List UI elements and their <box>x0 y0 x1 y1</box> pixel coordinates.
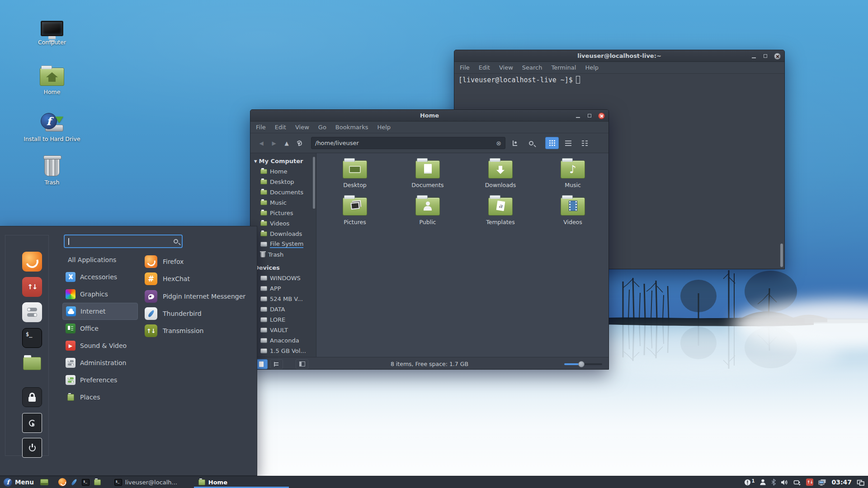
up-icon[interactable]: ▲ <box>280 137 293 150</box>
category-accessories[interactable]: Accessories <box>62 268 138 286</box>
app-item-thunderbird[interactable]: Thunderbird <box>145 305 202 322</box>
folder-item-public[interactable]: Public <box>398 197 457 225</box>
zoom-slider[interactable] <box>564 363 602 365</box>
app-item-pidgin[interactable]: Pidgin Internet Messenger <box>145 288 245 305</box>
menu-bookmarks[interactable]: Bookmarks <box>335 124 368 131</box>
menu-button[interactable]: f Menu <box>0 476 38 488</box>
bluetooth-icon[interactable] <box>771 479 776 486</box>
sidebar-item-file-system[interactable]: File System <box>250 239 316 249</box>
sidebar-scrollbar[interactable] <box>313 157 315 209</box>
terminal-launcher[interactable]: $_ <box>80 476 92 488</box>
back-icon[interactable]: ◀ <box>255 137 268 150</box>
desktop-icon-trash[interactable]: Trash <box>23 157 81 186</box>
sidebar-item-videos[interactable]: Videos <box>250 218 316 229</box>
sidebar-item-data[interactable]: DATA <box>250 304 316 314</box>
category-office[interactable]: Office <box>62 320 138 337</box>
sidebar-section-devices[interactable]: Devices <box>250 263 316 273</box>
menu-go[interactable]: Go <box>318 124 326 131</box>
close-button[interactable] <box>598 113 605 119</box>
folder-item-documents[interactable]: Documents <box>398 160 457 188</box>
sidebar-item-home[interactable]: Home <box>250 166 316 177</box>
taskbar-window-terminal[interactable]: $_ liveuser@localh... <box>110 476 188 488</box>
sidebar-item-music[interactable]: Music <box>250 197 316 208</box>
menu-view[interactable]: View <box>499 64 513 71</box>
lock-screen-icon[interactable] <box>22 387 42 407</box>
sidebar-item-app[interactable]: APP <box>250 283 316 294</box>
search-input[interactable] <box>64 235 183 248</box>
zoom-slider-handle[interactable] <box>578 361 585 367</box>
sidebar-item-windows[interactable]: WINDOWS <box>250 273 316 283</box>
sidebar-item-pictures[interactable]: Pictures <box>250 208 316 218</box>
thunderbird-launcher[interactable] <box>68 476 80 488</box>
location-bar[interactable]: /home/liveuser ⊗ <box>311 137 505 149</box>
show-desktop-button[interactable] <box>38 476 50 488</box>
terminal-scrollbar[interactable] <box>780 244 783 267</box>
notifications-applet[interactable]: 1 <box>744 479 755 486</box>
category-internet[interactable]: Internet <box>62 303 138 320</box>
clear-location-icon[interactable]: ⊗ <box>496 140 501 147</box>
system-settings-icon[interactable] <box>22 302 42 322</box>
menu-file[interactable]: File <box>256 124 266 131</box>
clock[interactable]: 03:47 <box>831 479 852 486</box>
window-list-icon[interactable] <box>857 479 864 486</box>
refresh-icon[interactable] <box>293 137 306 150</box>
firefox-icon[interactable] <box>22 252 42 272</box>
category-preferences[interactable]: Preferences <box>62 371 138 389</box>
folder-item-templates[interactable]: a Templates <box>471 197 530 225</box>
file-manager-icon[interactable] <box>22 353 42 373</box>
category-sound-video[interactable]: ▶ Sound & Video <box>62 337 138 354</box>
folder-item-music[interactable]: ♪ Music <box>543 160 602 188</box>
sidebar-item-vault[interactable]: VAULT <box>250 325 316 335</box>
taskbar-window-home[interactable]: Home <box>194 476 289 488</box>
icon-view-button[interactable] <box>545 137 559 149</box>
sidebar-item-524mb-volume[interactable]: 524 MB V... <box>250 294 316 304</box>
sidebar-item-desktop[interactable]: Desktop <box>250 177 316 187</box>
sidebar-section-my-computer[interactable]: ▾ My Computer <box>250 156 316 166</box>
category-places[interactable]: Places <box>62 389 138 406</box>
volume-icon[interactable] <box>781 479 788 486</box>
desktop-icon-computer[interactable]: Computer <box>23 21 81 46</box>
sidebar-item-downloads[interactable]: Downloads <box>250 229 316 239</box>
sidebar-item-documents[interactable]: Documents <box>250 187 316 197</box>
terminal-titlebar[interactable]: liveuser@localhost-live:~ <box>454 50 784 62</box>
menu-view[interactable]: View <box>295 124 309 131</box>
close-button[interactable] <box>774 53 781 60</box>
maximize-button[interactable] <box>762 53 769 59</box>
menu-edit[interactable]: Edit <box>479 64 490 71</box>
compact-view-button[interactable] <box>578 137 591 149</box>
folder-item-pictures[interactable]: Pictures <box>326 197 384 225</box>
sidebar-item-lore[interactable]: LORE <box>250 314 316 325</box>
firefox-launcher[interactable] <box>57 476 68 488</box>
forward-icon[interactable]: ▶ <box>268 137 280 150</box>
menu-help[interactable]: Help <box>377 124 391 131</box>
category-administration[interactable]: Administration <box>62 354 138 371</box>
folder-item-downloads[interactable]: Downloads <box>471 160 530 188</box>
app-item-transmission[interactable]: ↑↓ Transmission <box>145 322 203 339</box>
folder-item-videos[interactable]: Videos <box>543 197 602 225</box>
category-all-applications[interactable]: All Applications <box>62 251 138 268</box>
desktop-icon-install[interactable]: f Install to Hard Drive <box>23 113 81 142</box>
software-updater-icon[interactable]: ↑↓ <box>22 277 42 297</box>
desktop-icon-home[interactable]: Home <box>23 68 81 95</box>
network-icon[interactable] <box>818 479 826 486</box>
minimize-button[interactable] <box>575 113 581 119</box>
menu-help[interactable]: Help <box>585 64 599 71</box>
minimize-button[interactable] <box>750 53 757 59</box>
app-item-hexchat[interactable]: # HexChat <box>145 270 190 287</box>
search-icon[interactable] <box>524 137 538 149</box>
category-graphics[interactable]: Graphics <box>62 286 138 303</box>
folder-item-desktop[interactable]: Desktop <box>326 160 384 188</box>
maximize-button[interactable] <box>586 113 593 119</box>
toggle-location-entry-icon[interactable] <box>508 137 522 149</box>
files-launcher[interactable] <box>92 476 104 488</box>
file-list-area[interactable]: Desktop Documents Downloads ♪ Music Pict… <box>316 153 609 357</box>
power-off-icon[interactable] <box>22 438 42 458</box>
app-item-firefox[interactable]: Firefox <box>145 253 184 270</box>
log-out-icon[interactable] <box>22 413 42 433</box>
menu-terminal[interactable]: Terminal <box>551 64 576 71</box>
user-applet-icon[interactable] <box>760 479 766 486</box>
menu-file[interactable]: File <box>460 64 470 71</box>
software-update-tray-icon[interactable]: ↑↓ <box>806 479 813 486</box>
sidebar-item-trash[interactable]: Trash <box>250 249 316 260</box>
menu-edit[interactable]: Edit <box>275 124 286 131</box>
